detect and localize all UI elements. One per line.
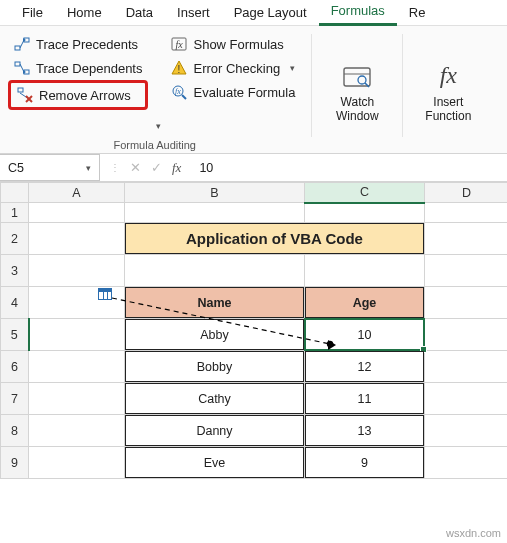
cell-C3[interactable]: [305, 255, 425, 287]
cell-C5[interactable]: 10: [305, 319, 425, 351]
col-header-A[interactable]: A: [29, 183, 125, 203]
cell-D8[interactable]: [425, 415, 508, 447]
name-box[interactable]: C5 ▾: [0, 154, 100, 181]
cell-A6[interactable]: [29, 351, 125, 383]
age-2: 11: [305, 383, 424, 414]
cell-B1[interactable]: [125, 203, 305, 223]
tab-data[interactable]: Data: [114, 1, 165, 25]
error-checking-icon: !: [171, 60, 187, 76]
insert-function-label-1: Insert: [433, 95, 463, 109]
group-separator: [402, 34, 403, 137]
cell-D5[interactable]: [425, 319, 508, 351]
evaluate-formula-icon: fx: [171, 84, 187, 100]
row-header-1[interactable]: 1: [1, 203, 29, 223]
row-header-6[interactable]: 6: [1, 351, 29, 383]
age-4: 9: [305, 447, 424, 478]
cell-B8[interactable]: Danny: [125, 415, 305, 447]
cell-C7[interactable]: 11: [305, 383, 425, 415]
name-3: Danny: [125, 415, 304, 446]
col-header-D[interactable]: D: [425, 183, 508, 203]
cell-C9[interactable]: 9: [305, 447, 425, 479]
col-header-C[interactable]: C: [305, 183, 425, 203]
cell-B2C2[interactable]: Application of VBA Code: [125, 223, 425, 255]
row-header-5[interactable]: 5: [1, 319, 29, 351]
cell-A1[interactable]: [29, 203, 125, 223]
cell-A8[interactable]: [29, 415, 125, 447]
cell-B4[interactable]: Name: [125, 287, 305, 319]
col-header-B[interactable]: B: [125, 183, 305, 203]
cell-C4[interactable]: Age: [305, 287, 425, 319]
fb-cancel-icon[interactable]: ✕: [130, 160, 141, 175]
row-header-7[interactable]: 7: [1, 383, 29, 415]
chevron-down-icon: ▾: [290, 63, 295, 73]
row-header-2[interactable]: 2: [1, 223, 29, 255]
show-formulas-label: Show Formulas: [193, 37, 283, 52]
name-0: Abby: [125, 319, 304, 350]
svg-point-21: [358, 76, 366, 84]
fx-icon[interactable]: fx: [172, 160, 181, 176]
remove-arrows-icon: [17, 87, 33, 103]
tab-insert[interactable]: Insert: [165, 1, 222, 25]
group-separator: [311, 34, 312, 137]
cell-D2[interactable]: [425, 223, 508, 255]
fb-more-icon[interactable]: ⋮: [110, 162, 120, 173]
tab-page-layout[interactable]: Page Layout: [222, 1, 319, 25]
cell-D3[interactable]: [425, 255, 508, 287]
row-header-4[interactable]: 4: [1, 287, 29, 319]
tab-review[interactable]: Re: [397, 1, 438, 25]
cell-B3[interactable]: [125, 255, 305, 287]
cell-D1[interactable]: [425, 203, 508, 223]
error-checking-button[interactable]: ! Error Checking ▾: [165, 56, 301, 80]
svg-text:fx: fx: [176, 87, 182, 96]
group-label-formula-auditing: Formula Auditing: [113, 137, 196, 151]
cell-D7[interactable]: [425, 383, 508, 415]
svg-text:!: !: [178, 64, 181, 75]
cell-C6[interactable]: 12: [305, 351, 425, 383]
cell-B6[interactable]: Bobby: [125, 351, 305, 383]
evaluate-formula-button[interactable]: fx Evaluate Formula: [165, 80, 301, 104]
svg-text:fx: fx: [176, 39, 184, 50]
insert-function-button[interactable]: fx Insert Function: [413, 32, 483, 151]
watch-window-button[interactable]: Watch Window: [322, 32, 392, 151]
cell-D6[interactable]: [425, 351, 508, 383]
row-header-9[interactable]: 9: [1, 447, 29, 479]
tab-formulas[interactable]: Formulas: [319, 0, 397, 26]
cell-D4[interactable]: [425, 287, 508, 319]
formula-bar-controls: ⋮ ✕ ✓ fx: [100, 160, 191, 176]
cell-B5[interactable]: Abby: [125, 319, 305, 351]
watch-window-icon: [342, 60, 372, 92]
cell-A7[interactable]: [29, 383, 125, 415]
name-1: Bobby: [125, 351, 304, 382]
cell-B9[interactable]: Eve: [125, 447, 305, 479]
remove-arrows-dropdown-icon[interactable]: ▾: [156, 121, 161, 131]
row-header-3[interactable]: 3: [1, 255, 29, 287]
cell-A9[interactable]: [29, 447, 125, 479]
svg-rect-8: [18, 88, 23, 92]
select-all-corner[interactable]: [1, 183, 29, 203]
age-0: 10: [305, 319, 424, 350]
cell-A2[interactable]: [29, 223, 125, 255]
svg-rect-4: [15, 62, 20, 66]
formula-bar-input[interactable]: 10: [191, 161, 507, 175]
cell-D9[interactable]: [425, 447, 508, 479]
cell-A3[interactable]: [29, 255, 125, 287]
watch-window-label-2: Window: [336, 109, 379, 123]
show-formulas-button[interactable]: fx Show Formulas: [165, 32, 301, 56]
worksheet-grid[interactable]: A B C D 1 2 Application of VBA Code: [0, 182, 507, 479]
evaluate-formula-label: Evaluate Formula: [193, 85, 295, 100]
remove-arrows-button[interactable]: Remove Arrows: [8, 80, 148, 110]
trace-dependents-label: Trace Dependents: [36, 61, 142, 76]
tab-home[interactable]: Home: [55, 1, 114, 25]
cell-C1[interactable]: [305, 203, 425, 223]
name-box-value: C5: [8, 161, 24, 175]
row-header-8[interactable]: 8: [1, 415, 29, 447]
tab-file[interactable]: File: [10, 1, 55, 25]
trace-dependents-button[interactable]: Trace Dependents: [8, 56, 148, 80]
cell-A5[interactable]: [29, 319, 125, 351]
trace-precedents-button[interactable]: Trace Precedents: [8, 32, 148, 56]
fb-enter-icon[interactable]: ✓: [151, 160, 162, 175]
cell-C8[interactable]: 13: [305, 415, 425, 447]
svg-rect-0: [15, 46, 20, 50]
cell-B7[interactable]: Cathy: [125, 383, 305, 415]
name-box-dropdown-icon[interactable]: ▾: [86, 163, 91, 173]
